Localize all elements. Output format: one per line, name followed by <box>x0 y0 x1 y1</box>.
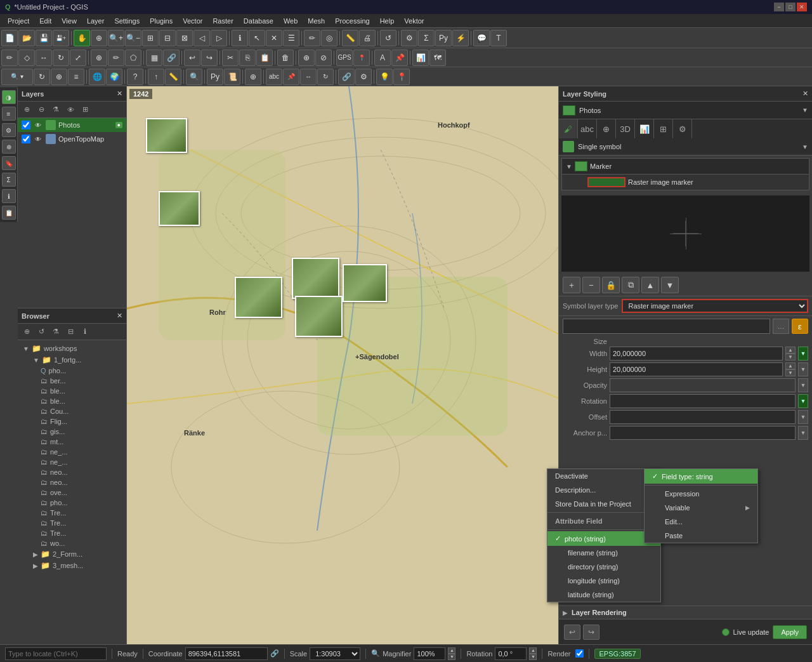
paste-item[interactable]: Paste <box>645 529 757 543</box>
tree-item-1fortg[interactable]: ▼ 📁 1_fortg... <box>20 354 124 366</box>
pan-map-to-selection[interactable]: ⊕ <box>91 30 107 46</box>
rotation-ddo-btn[interactable]: ▼ <box>798 394 808 408</box>
scale-feature[interactable]: ⤢ <box>70 50 86 66</box>
menu-database[interactable]: Database <box>239 16 278 26</box>
tree-item-ne1[interactable]: 🗂 ne_... <box>20 447 124 457</box>
tree-item-workshops[interactable]: ▼ 📁 workshops <box>20 343 124 354</box>
label-rotate[interactable]: ↻ <box>317 69 334 85</box>
style-fields-tab[interactable]: ⊞ <box>654 119 673 138</box>
move-symbol-up[interactable]: ▲ <box>641 277 659 293</box>
add-polygon[interactable]: ⬠ <box>125 50 141 66</box>
attr-filename-item[interactable]: filename (string) <box>547 546 660 560</box>
add-layer-btn[interactable]: ⊕ <box>20 103 33 116</box>
remove-symbol-layer[interactable]: − <box>582 277 600 293</box>
layers-panel-close[interactable]: ✕ <box>117 89 122 98</box>
menu-view[interactable]: View <box>56 16 82 26</box>
layer-rendering-header[interactable]: ▶ Layer Rendering <box>563 609 808 616</box>
filter-layers-btn[interactable]: ⚗ <box>49 103 62 116</box>
locate-input[interactable] <box>5 647 107 660</box>
print-button[interactable]: 🖨 <box>359 30 376 46</box>
add-group[interactable]: ⊕ <box>2 140 16 154</box>
rotate-map[interactable]: ↻ <box>34 69 50 85</box>
opacity-slider[interactable] <box>610 378 796 392</box>
text-button[interactable]: T <box>490 30 507 46</box>
style-attributes-tab[interactable]: ⚙ <box>673 119 692 138</box>
style-diagrams-tab[interactable]: 📊 <box>635 119 654 138</box>
move-symbol-down[interactable]: ▼ <box>661 277 679 293</box>
menu-settings[interactable]: Settings <box>109 16 145 26</box>
style-label-tab[interactable]: abc <box>578 119 597 138</box>
browser-refresh-btn[interactable]: ↺ <box>35 326 48 338</box>
apply-button[interactable]: Apply <box>773 625 807 639</box>
digitize-button[interactable]: ◎ <box>321 30 337 46</box>
opacity-ddo-btn[interactable]: ▼ <box>798 378 808 392</box>
style-paint-tab[interactable]: 🖌 <box>559 119 578 138</box>
coord-input[interactable] <box>185 647 268 660</box>
plugin-script[interactable]: 📜 <box>224 69 240 85</box>
magnifier-input[interactable] <box>414 647 445 660</box>
layer-item-opentopomap[interactable]: 👁 OpenTopoMap <box>18 132 126 146</box>
tree-item-tre2[interactable]: 🗂 Tre... <box>20 518 124 528</box>
deselect-features-button[interactable]: ✕ <box>266 30 282 46</box>
stats-btn[interactable]: Σ <box>2 173 16 187</box>
tree-item-ne2[interactable]: 🗂 ne_... <box>20 457 124 467</box>
select-features-button[interactable]: ↖ <box>249 30 265 46</box>
remove-layer-btn[interactable]: ⊖ <box>35 103 48 116</box>
tree-item-wo[interactable]: 🗂 wo... <box>20 538 124 548</box>
rotate-feature[interactable]: ↻ <box>53 50 69 66</box>
open-attribute-table-side[interactable]: ≡ <box>2 107 16 121</box>
select-location[interactable]: 📍 <box>393 69 410 85</box>
offset-ddo-btn[interactable]: ▼ <box>798 410 808 424</box>
stats-button[interactable]: Σ <box>418 30 435 46</box>
tree-item-pho2[interactable]: 🗂 pho... <box>20 498 124 508</box>
layer-item-photos[interactable]: 👁 Photos ● <box>18 118 126 132</box>
menu-help[interactable]: Help <box>375 16 400 26</box>
menu-edit[interactable]: Edit <box>34 16 56 26</box>
zoom-last-button[interactable]: ◁ <box>193 30 210 46</box>
label-pin[interactable]: 📌 <box>283 69 299 85</box>
cut-features[interactable]: ✂ <box>222 50 239 66</box>
pan-map-button[interactable]: ✋ <box>74 30 90 46</box>
label-button[interactable]: A <box>374 50 391 66</box>
height-spin-up[interactable]: ▲ <box>785 362 796 369</box>
pin-button[interactable]: 📌 <box>391 50 408 66</box>
styling-undo-button[interactable]: ↩ <box>564 625 580 640</box>
node-tool[interactable]: ◇ <box>18 50 35 66</box>
styling-redo-button[interactable]: ↪ <box>583 625 599 640</box>
comment-button[interactable]: 💬 <box>473 30 490 46</box>
tree-item-ble[interactable]: 🗂 ble... <box>20 386 124 396</box>
redo-btn[interactable]: ↪ <box>201 50 218 66</box>
layer-selector-arrow[interactable]: ▼ <box>802 107 808 114</box>
height-input[interactable] <box>610 362 783 376</box>
expression-button[interactable]: ε <box>792 319 808 334</box>
layer-photos-checkbox[interactable] <box>22 121 30 129</box>
label-toolbar[interactable]: abc <box>266 69 282 85</box>
menu-mesh[interactable]: Mesh <box>303 16 330 26</box>
toggle-editing-button[interactable]: ✏ <box>304 30 320 46</box>
browser-collapse-btn[interactable]: ⊟ <box>64 326 77 338</box>
new-project-button[interactable]: 📄 <box>1 30 18 46</box>
height-spin-down[interactable]: ▼ <box>785 369 796 376</box>
diagram-button[interactable]: 📊 <box>412 50 429 66</box>
map-tips[interactable]: 💡 <box>376 69 393 85</box>
mag-down[interactable]: ▼ <box>448 654 455 660</box>
zoom-layer-button[interactable]: ⊟ <box>159 30 176 46</box>
merge-features[interactable]: ⊕ <box>298 50 315 66</box>
menu-vector[interactable]: Vector <box>178 16 207 26</box>
lock-symbol-layer[interactable]: 🔒 <box>602 277 620 293</box>
tree-item-gis[interactable]: 🗂 gis... <box>20 427 124 437</box>
tree-item-flig[interactable]: 🗂 Flig... <box>20 416 124 427</box>
rot-up[interactable]: ▲ <box>529 647 537 654</box>
label-move[interactable]: ↔ <box>300 69 317 85</box>
attr-longitude-item[interactable]: longitude (string) <box>547 574 660 588</box>
style-mask-tab[interactable]: ⊕ <box>597 119 616 138</box>
marker-child-row[interactable]: Raster image marker <box>562 174 809 190</box>
add-line[interactable]: ✏ <box>108 50 124 66</box>
georef-tool[interactable]: ⊕ <box>245 69 261 85</box>
zoom-selection-button[interactable]: ⊠ <box>176 30 193 46</box>
layer-topo-checkbox[interactable] <box>22 135 30 143</box>
paste-features[interactable]: 📋 <box>256 50 273 66</box>
browser-filter-btn[interactable]: ⚗ <box>49 326 62 338</box>
style-3d-tab[interactable]: 3D <box>616 119 635 138</box>
zoom-next-button[interactable]: ▷ <box>211 30 227 46</box>
